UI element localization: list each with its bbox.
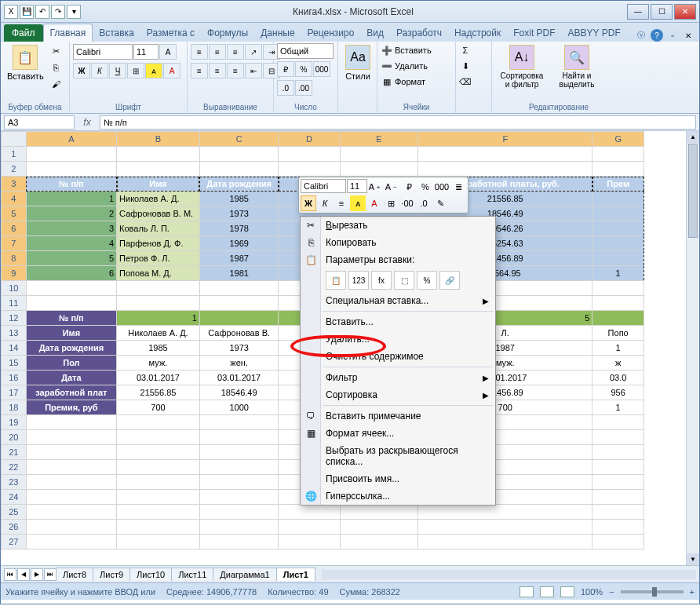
- cell-G16[interactable]: 03.0: [592, 371, 644, 385]
- cell-C8[interactable]: 1987: [199, 251, 279, 266]
- row-header-5[interactable]: 5: [2, 206, 27, 221]
- cell-D25[interactable]: [279, 505, 340, 520]
- paste-button[interactable]: 📋 Вставить: [4, 43, 47, 82]
- cell-A7[interactable]: 4: [26, 236, 116, 251]
- cell-A26[interactable]: [26, 520, 116, 535]
- paste-opt-transpose-icon[interactable]: ⬚: [394, 271, 414, 290]
- sheet-tab-Лист11[interactable]: Лист11: [171, 568, 213, 581]
- cell-C21[interactable]: [199, 445, 279, 460]
- cell-A12[interactable]: № п/п: [26, 311, 116, 326]
- cell-B12[interactable]: 1: [117, 311, 200, 326]
- grow-font-icon[interactable]: A: [159, 44, 177, 60]
- cell-E27[interactable]: [340, 535, 417, 549]
- maximize-button[interactable]: ☐: [651, 4, 673, 20]
- cell-E2[interactable]: [340, 162, 417, 177]
- scroll-thumb[interactable]: [688, 144, 698, 238]
- row-header-1[interactable]: 1: [2, 147, 27, 162]
- row-header-8[interactable]: 8: [2, 251, 27, 266]
- cell-C15[interactable]: жен.: [199, 356, 279, 371]
- cell-B26[interactable]: [117, 520, 200, 535]
- qat-save-icon[interactable]: 💾: [20, 5, 34, 19]
- cell-B11[interactable]: [117, 296, 200, 311]
- row-header-12[interactable]: 12: [2, 311, 27, 326]
- mini-font-color-icon[interactable]: Α: [366, 195, 382, 211]
- qat-more-icon[interactable]: ▾: [67, 5, 81, 19]
- mini-grow-font-icon[interactable]: A﹢: [368, 179, 384, 195]
- tab-review[interactable]: Рецензиро: [301, 24, 361, 42]
- orientation-icon[interactable]: ↗: [245, 44, 262, 60]
- percent-icon[interactable]: %: [295, 61, 312, 77]
- sheet-nav-next-icon[interactable]: ▶: [31, 568, 43, 581]
- row-header-23[interactable]: 23: [2, 475, 27, 490]
- cell-G25[interactable]: [592, 505, 644, 520]
- cell-C23[interactable]: [199, 475, 279, 490]
- sheet-tab-Лист8[interactable]: Лист8: [56, 568, 93, 581]
- cell-B15[interactable]: муж.: [117, 356, 200, 371]
- cell-G11[interactable]: [592, 296, 644, 311]
- copy-icon[interactable]: ⎘: [49, 60, 64, 75]
- cell-G18[interactable]: 1: [592, 400, 644, 415]
- cell-A27[interactable]: [26, 535, 116, 549]
- cell-C4[interactable]: 1985: [199, 192, 279, 206]
- cell-D2[interactable]: [279, 162, 340, 177]
- paste-opt-values-icon[interactable]: 123: [348, 271, 369, 290]
- mini-fill-color-icon[interactable]: ᴀ: [350, 195, 366, 211]
- cell-C10[interactable]: [199, 281, 279, 296]
- row-header-26[interactable]: 26: [2, 520, 27, 535]
- cell-F2[interactable]: [418, 162, 592, 177]
- cell-A23[interactable]: [26, 475, 116, 490]
- cell-A10[interactable]: [26, 281, 116, 296]
- ctx-hyperlink[interactable]: 🌐Гиперссылка...: [301, 487, 495, 505]
- mini-inc-dec-icon[interactable]: ·00: [399, 195, 415, 211]
- mini-italic-button[interactable]: К: [317, 195, 333, 211]
- cell-B8[interactable]: Петров Ф. Л.: [117, 251, 200, 266]
- mini-percent-icon[interactable]: %: [417, 179, 433, 195]
- row-header-22[interactable]: 22: [2, 460, 27, 475]
- row-header-24[interactable]: 24: [2, 490, 27, 505]
- cell-A11[interactable]: [26, 296, 116, 311]
- row-header-25[interactable]: 25: [2, 505, 27, 520]
- col-header-C[interactable]: C: [199, 132, 279, 147]
- cell-G4[interactable]: [592, 192, 644, 206]
- paste-opt-all-icon[interactable]: 📋: [326, 271, 346, 290]
- cell-A24[interactable]: [26, 490, 116, 505]
- italic-button[interactable]: К: [91, 63, 108, 78]
- align-left-icon[interactable]: ≡: [191, 63, 208, 78]
- cell-A8[interactable]: 5: [26, 251, 116, 266]
- row-header-2[interactable]: 2: [2, 162, 27, 177]
- mini-merge-icon[interactable]: ≣: [450, 179, 466, 195]
- styles-button[interactable]: Aa Стили: [341, 43, 374, 82]
- ctx-insert-comment[interactable]: 🗨Вставить примечание: [301, 407, 495, 425]
- cell-G14[interactable]: 1: [592, 341, 644, 356]
- row-header-10[interactable]: 10: [2, 281, 27, 296]
- sheet-nav-first-icon[interactable]: ⏮: [4, 568, 16, 581]
- mini-size-combo[interactable]: 11: [347, 179, 367, 193]
- vertical-scrollbar[interactable]: ▲ ▼: [686, 131, 699, 565]
- ctx-sort[interactable]: Сортировка▶: [301, 386, 495, 403]
- cell-A25[interactable]: [26, 505, 116, 520]
- row-header-9[interactable]: 9: [2, 266, 27, 281]
- scroll-down-icon[interactable]: ▼: [687, 553, 699, 565]
- row-header-27[interactable]: 27: [2, 535, 27, 549]
- row-header-19[interactable]: 19: [2, 415, 27, 430]
- tab-abbyy[interactable]: ABBYY PDF: [562, 24, 627, 42]
- cell-G23[interactable]: [592, 475, 644, 490]
- sheet-nav-last-icon[interactable]: ⏭: [44, 568, 57, 581]
- cell-A2[interactable]: [26, 162, 116, 177]
- cell-G24[interactable]: [592, 490, 644, 505]
- col-header-G[interactable]: G: [592, 132, 644, 147]
- comma-icon[interactable]: 000: [313, 61, 330, 77]
- file-tab[interactable]: Файл: [4, 24, 43, 42]
- sheet-tab-Лист1[interactable]: Лист1: [276, 568, 315, 581]
- row-header-3[interactable]: 3: [2, 177, 27, 192]
- sheet-tab-Диаграмма1[interactable]: Диаграмма1: [213, 568, 276, 581]
- cell-C24[interactable]: [199, 490, 279, 505]
- align-bot-icon[interactable]: ≡: [227, 44, 244, 60]
- mini-currency-icon[interactable]: ₽: [401, 179, 417, 195]
- mini-font-combo[interactable]: Calibri: [301, 179, 346, 193]
- col-header-D[interactable]: D: [279, 132, 340, 147]
- cell-B2[interactable]: [117, 162, 200, 177]
- sheet-nav-prev-icon[interactable]: ◀: [17, 568, 30, 581]
- cell-B20[interactable]: [117, 430, 200, 445]
- cell-G6[interactable]: [592, 221, 644, 236]
